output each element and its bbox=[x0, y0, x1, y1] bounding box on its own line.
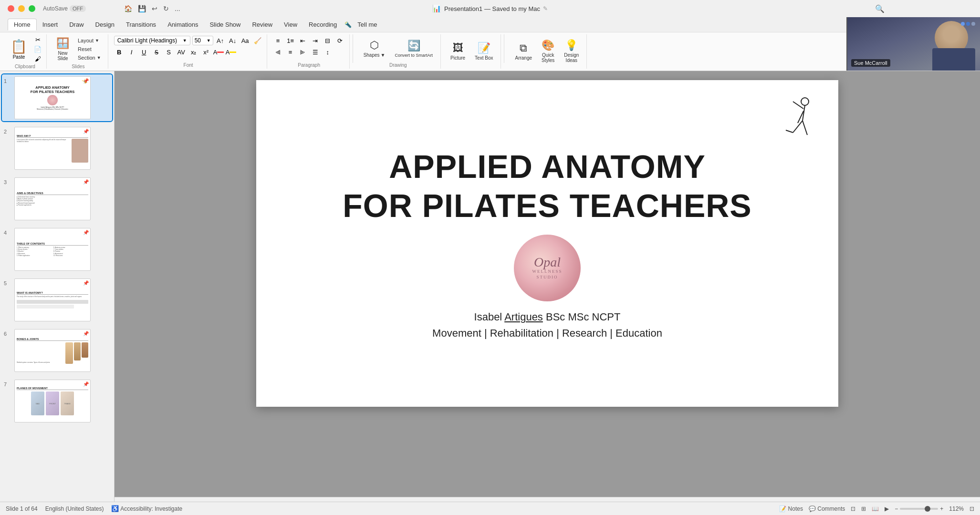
pin-icon-2: 📌 bbox=[83, 129, 89, 134]
bullets-button[interactable]: ≡ bbox=[273, 35, 283, 46]
italic-button[interactable]: I bbox=[126, 47, 137, 57]
tab-view[interactable]: View bbox=[278, 19, 303, 30]
slide-thumbnail-2[interactable]: 2 📌 WHO AM I? Lorem ipsum dolor sit amet… bbox=[2, 125, 112, 172]
zoom-out-button[interactable]: − bbox=[895, 505, 898, 512]
comments-status-button[interactable]: 💬 Comments bbox=[809, 505, 845, 512]
columns-button[interactable]: ⊟ bbox=[323, 35, 333, 46]
minimize-button[interactable] bbox=[18, 5, 25, 12]
arrange-button[interactable]: ⧉ Arrange bbox=[511, 40, 536, 62]
shadow-button[interactable]: S bbox=[164, 47, 174, 57]
tab-slideshow[interactable]: Slide Show bbox=[204, 19, 246, 30]
font-color-button[interactable]: A bbox=[213, 47, 224, 57]
zoom-control[interactable]: − + bbox=[895, 505, 943, 512]
picture-button[interactable]: 🖼 Picture bbox=[447, 40, 469, 62]
slide-info: Slide 1 of 64 bbox=[6, 505, 38, 512]
autosave-state[interactable]: OFF bbox=[70, 5, 86, 12]
pin-icon-3: 📌 bbox=[83, 179, 89, 185]
increase-font-button[interactable]: A↑ bbox=[215, 35, 226, 46]
numbering-button[interactable]: 1≡ bbox=[285, 35, 296, 46]
align-center-button[interactable]: ≡ bbox=[285, 47, 296, 57]
superscript-button[interactable]: x² bbox=[201, 47, 211, 57]
slide-num-3: 3 bbox=[4, 179, 11, 185]
quick-styles-button[interactable]: 🎨 Quick Styles bbox=[538, 37, 558, 65]
tab-home[interactable]: Home bbox=[8, 19, 37, 31]
tab-transitions[interactable]: Transitions bbox=[120, 19, 162, 30]
align-left-button[interactable]: ⫷ bbox=[273, 47, 283, 57]
tab-tellme[interactable]: Tell me bbox=[352, 19, 383, 30]
svg-line-5 bbox=[803, 121, 807, 135]
shapes-button[interactable]: ⬡ Shapes▼ bbox=[360, 37, 389, 60]
strikethrough-button[interactable]: S̶ bbox=[151, 47, 162, 57]
view-slide-sorter-button[interactable]: ⊞ bbox=[861, 505, 866, 512]
tab-review[interactable]: Review bbox=[246, 19, 278, 30]
more-icon[interactable]: ... bbox=[175, 5, 180, 12]
font-selector[interactable]: Calibri Light (Headings) ▼ bbox=[114, 36, 190, 45]
decrease-font-button[interactable]: A↓ bbox=[228, 35, 238, 46]
title-bar: AutoSave OFF 🏠 💾 ↩ ↻ ... 📊 Presentation1… bbox=[0, 0, 980, 17]
tab-recording[interactable]: Recording bbox=[303, 19, 343, 30]
redo-icon[interactable]: ↻ bbox=[163, 5, 169, 12]
align-right-button[interactable]: ⫸ bbox=[298, 47, 308, 57]
decrease-indent-button[interactable]: ⇤ bbox=[298, 35, 308, 46]
subscript-button[interactable]: x₂ bbox=[188, 47, 199, 57]
slide-preview-1: 📌 APPLIED ANATOMYFOR PILATES TEACHERS Is… bbox=[14, 76, 91, 119]
fit-slide-button[interactable]: ⊡ bbox=[970, 505, 974, 512]
section-button[interactable]: Section ▼ bbox=[75, 54, 104, 62]
accessibility-indicator[interactable]: ♿ Accessibility: Investigate bbox=[111, 505, 182, 512]
maximize-button[interactable] bbox=[29, 5, 35, 12]
slide-thumbnail-7[interactable]: 7 📌 PLANES OF MOVEMENT SAG FRONT TRANS bbox=[2, 378, 112, 424]
tab-draw[interactable]: Draw bbox=[63, 19, 89, 30]
slide-thumbnail-5[interactable]: 5 📌 WHAT IS ANATOMY? The study of the st… bbox=[2, 277, 112, 323]
window-controls[interactable] bbox=[8, 5, 35, 12]
arrange-group: ⧉ Arrange 🎨 Quick Styles 💡 Design Ideas bbox=[507, 34, 587, 69]
tab-animations[interactable]: Animations bbox=[162, 19, 204, 30]
tab-design[interactable]: Design bbox=[90, 19, 120, 30]
new-slide-button[interactable]: 🪟 New Slide bbox=[52, 35, 73, 63]
text-highlight-button[interactable]: A bbox=[226, 47, 236, 57]
zoom-level[interactable]: 112% bbox=[949, 505, 964, 512]
paste-button[interactable]: 📋 Paste bbox=[8, 37, 30, 62]
text-direction-button[interactable]: ⟳ bbox=[335, 35, 345, 46]
undo-icon[interactable]: ↩ bbox=[152, 5, 157, 12]
slide-thumbnail-3[interactable]: 3 📌 AIMS & OBJECTIVES ■ Understand basic… bbox=[2, 175, 112, 222]
increase-indent-button[interactable]: ⇥ bbox=[310, 35, 321, 46]
clear-format-button[interactable]: 🧹 bbox=[252, 35, 263, 46]
drawing-group: ⬡ Shapes▼ 🔄 Convert to SmartArt Drawing bbox=[356, 34, 441, 69]
change-case-button[interactable]: Aa bbox=[240, 35, 250, 46]
close-button[interactable] bbox=[8, 5, 14, 12]
view-normal-button[interactable]: ⊡ bbox=[851, 505, 855, 512]
zoom-slider[interactable] bbox=[900, 508, 938, 510]
zoom-thumb[interactable] bbox=[925, 506, 930, 512]
notes-button[interactable]: 📝 Notes bbox=[779, 505, 803, 512]
cut-button[interactable]: ✂ bbox=[33, 35, 42, 44]
autosave-badge[interactable]: AutoSave OFF bbox=[43, 5, 86, 12]
reset-button[interactable]: Reset bbox=[75, 45, 104, 53]
layout-button[interactable]: Layout ▼ bbox=[75, 37, 104, 44]
save-icon[interactable]: 💾 bbox=[138, 5, 146, 12]
copy-button[interactable]: 📄 bbox=[33, 45, 42, 53]
view-reading-button[interactable]: 📖 bbox=[872, 505, 879, 512]
design-ideas-button[interactable]: 💡 Design Ideas bbox=[560, 37, 583, 65]
slide-main-title[interactable]: APPLIED ANATOMY FOR PILATES TEACHERS bbox=[343, 147, 751, 235]
main-slide-area[interactable]: APPLIED ANATOMY FOR PILATES TEACHERS Opa… bbox=[115, 71, 980, 515]
slide-num-6: 6 bbox=[4, 331, 11, 337]
bold-button[interactable]: B bbox=[114, 47, 125, 57]
slide-thumbnail-4[interactable]: 4 📌 TABLE OF CONTENTS 1. What is anatomy… bbox=[2, 226, 112, 273]
search-icon[interactable]: 🔍 bbox=[875, 4, 885, 13]
slide-thumbnail-1[interactable]: 1 📌 APPLIED ANATOMYFOR PILATES TEACHERS … bbox=[2, 74, 112, 121]
view-presenter-button[interactable]: ▶ bbox=[885, 505, 889, 512]
underline-button[interactable]: U bbox=[139, 47, 149, 57]
char-spacing-button[interactable]: AV bbox=[176, 47, 187, 57]
autosave-label: AutoSave bbox=[43, 5, 68, 12]
format-painter-button[interactable]: 🖌 bbox=[33, 54, 42, 63]
home-icon[interactable]: 🏠 bbox=[124, 5, 132, 12]
convert-smartart-button[interactable]: 🔄 Convert to SmartArt bbox=[391, 38, 437, 60]
slide-thumbnail-6[interactable]: 6 📌 BONES & JOINTS Skeletal system overv… bbox=[2, 327, 112, 374]
line-spacing-button[interactable]: ↕ bbox=[323, 47, 333, 57]
zoom-in-button[interactable]: + bbox=[940, 505, 943, 512]
text-box-button[interactable]: 📝 Text Box bbox=[471, 40, 497, 62]
active-slide[interactable]: APPLIED ANATOMY FOR PILATES TEACHERS Opa… bbox=[256, 80, 838, 407]
justify-button[interactable]: ☰ bbox=[310, 47, 321, 57]
tab-insert[interactable]: Insert bbox=[37, 19, 64, 30]
font-size-selector[interactable]: 50 ▼ bbox=[192, 36, 213, 45]
